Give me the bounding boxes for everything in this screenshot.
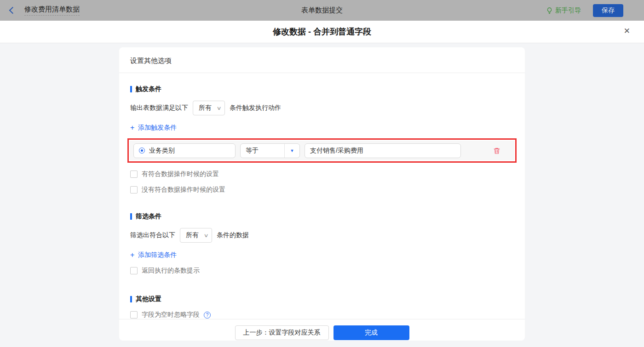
checkbox-unmatched-setting[interactable]: 没有符合数据操作时候的设置: [130, 186, 225, 194]
condition-value-input[interactable]: 支付销售/采购费用: [305, 143, 461, 158]
checkbox-ignore-empty[interactable]: 字段为空时忽略字段 ?: [130, 311, 211, 319]
trigger-match-select[interactable]: 所有 ∨: [193, 101, 225, 115]
caret-down-icon: ▼: [284, 144, 299, 158]
topbar-actions: 新手引导 保存: [546, 4, 623, 17]
beginner-guide-label: 新手引导: [555, 6, 581, 15]
top-bar: 修改费用清单数据 表单数据提交 新手引导 保存: [0, 0, 644, 21]
trash-icon: [493, 147, 500, 154]
save-button[interactable]: 保存: [593, 4, 623, 17]
trigger-section-label: 触发条件: [136, 85, 161, 93]
section-accent-bar: [130, 296, 132, 302]
annotation-highlight-box: 业务类别 等于 ▼ 支付销售/采购费用: [127, 138, 517, 163]
condition-operator-select[interactable]: 等于 ▼: [240, 143, 300, 158]
options-panel: 设置其他选项 触发条件 输出表数据满足以下 所有 ∨ 条件触发执行动作 + 添加…: [119, 47, 525, 341]
trigger-sentence-prefix: 输出表数据满足以下: [130, 104, 188, 112]
condition-field-select[interactable]: 业务类别: [133, 143, 236, 158]
condition-field-value: 业务类别: [149, 147, 175, 155]
help-icon[interactable]: ?: [204, 312, 211, 319]
other-section-title: 其他设置: [130, 295, 514, 303]
filter-section-label: 筛选条件: [136, 212, 161, 221]
flow-title[interactable]: 修改费用清单数据: [24, 5, 80, 16]
chevron-down-icon: ∨: [216, 105, 221, 111]
add-trigger-condition-label: 添加触发条件: [138, 124, 177, 132]
filter-sentence: 筛选出符合以下 所有 ∨ 条件的数据: [130, 228, 514, 243]
trigger-sentence: 输出表数据满足以下 所有 ∨ 条件触发执行动作: [130, 101, 514, 115]
add-filter-condition-label: 添加筛选条件: [138, 251, 177, 259]
checkbox-icon: [130, 186, 138, 193]
checkbox-return-count-label: 返回执行的条数提示: [142, 267, 200, 275]
checkbox-ignore-empty-label: 字段为空时忽略字段: [142, 311, 200, 319]
trigger-match-select-value: 所有: [199, 104, 212, 112]
beginner-guide-link[interactable]: 新手引导: [546, 6, 581, 15]
condition-value-text: 支付销售/采购费用: [310, 147, 363, 155]
checkbox-matched-label: 有符合数据操作时候的设置: [142, 170, 219, 178]
panel-header-title: 设置其他选项: [119, 47, 525, 73]
filter-match-select[interactable]: 所有 ∨: [180, 228, 212, 243]
filter-match-select-value: 所有: [186, 231, 199, 239]
dialog-header: 修改数据 - 合并到普通字段 ✕: [0, 21, 644, 43]
filter-sentence-suffix: 条件的数据: [217, 231, 249, 239]
radio-field-type-icon: [139, 148, 145, 154]
trigger-section-title: 触发条件: [130, 85, 514, 93]
section-accent-bar: [130, 213, 132, 220]
checkbox-return-count[interactable]: 返回执行的条数提示: [130, 267, 200, 275]
checkbox-icon: [130, 171, 138, 178]
panel-body: 触发条件 输出表数据满足以下 所有 ∨ 条件触发执行动作 + 添加触发条件: [119, 73, 525, 319]
section-accent-bar: [130, 86, 132, 92]
checkbox-unmatched-label: 没有符合数据操作时候的设置: [142, 186, 225, 194]
panel-footer: 上一步：设置字段对应关系 完成: [119, 319, 525, 347]
done-button[interactable]: 完成: [334, 325, 409, 340]
checkbox-icon: [130, 311, 138, 319]
previous-step-button[interactable]: 上一步：设置字段对应关系: [235, 325, 329, 340]
filter-section-title: 筛选条件: [130, 212, 514, 221]
condition-operator-value: 等于: [241, 144, 284, 158]
checkbox-icon: [130, 267, 138, 274]
checkbox-matched-setting[interactable]: 有符合数据操作时候的设置: [130, 170, 219, 178]
back-chevron-icon: [9, 7, 17, 14]
close-icon[interactable]: ✕: [624, 27, 630, 35]
plus-icon: +: [130, 251, 134, 259]
add-filter-condition-link[interactable]: + 添加筛选条件: [130, 251, 177, 259]
filter-sentence-prefix: 筛选出符合以下: [130, 231, 175, 239]
delete-condition-button[interactable]: [493, 147, 500, 154]
dialog-title: 修改数据 - 合并到普通字段: [273, 26, 371, 37]
dialog-body: 设置其他选项 触发条件 输出表数据满足以下 所有 ∨ 条件触发执行动作 + 添加…: [0, 47, 644, 347]
lightbulb-icon: [546, 7, 553, 14]
chevron-down-icon: ∨: [203, 233, 208, 239]
add-trigger-condition-link[interactable]: + 添加触发条件: [130, 124, 177, 132]
back-button[interactable]: [10, 8, 15, 13]
plus-icon: +: [130, 124, 134, 131]
other-section-label: 其他设置: [136, 295, 161, 303]
trigger-sentence-suffix: 条件触发执行动作: [230, 104, 281, 112]
trigger-condition-row: 业务类别 等于 ▼ 支付销售/采购费用: [130, 141, 514, 160]
